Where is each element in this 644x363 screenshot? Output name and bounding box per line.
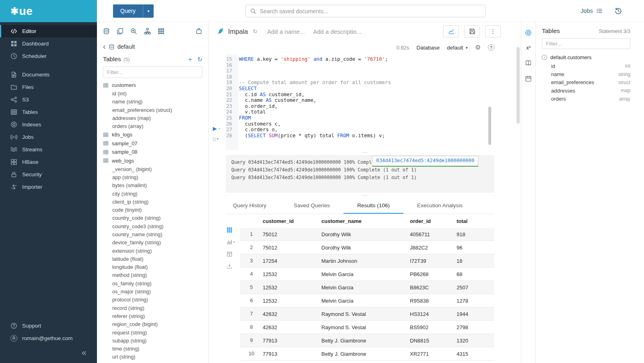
active-table-item[interactable]: i default.customers [542,52,644,62]
right-filter-input[interactable] [542,38,630,49]
assist-column[interactable]: method (string) [103,271,202,279]
assist-column[interactable]: extension (string) [103,247,202,255]
assist-column[interactable]: email_preferences (struct) [103,106,202,114]
assist-table[interactable]: k8s_logs [103,130,202,139]
results-column-header[interactable]: order_id [410,218,457,224]
column-item[interactable]: addressesmap [542,87,644,95]
assist-column[interactable]: country_name (string) [103,230,202,238]
documents-source-icon[interactable] [117,28,123,35]
reload-session-icon[interactable]: ↻ [253,28,258,35]
language-reference-icon[interactable] [525,60,532,66]
assist-column[interactable]: id (int) [103,90,202,98]
columns-view-icon[interactable] [226,251,232,257]
sitemap-icon[interactable] [144,28,151,35]
assist-table[interactable]: sample_08 [103,148,202,157]
sidebar-item-jobs[interactable]: Jobs [0,131,97,143]
assist-column[interactable]: city (string) [103,190,202,198]
assist-column[interactable]: country_code (string) [103,214,202,222]
database-select[interactable]: default ▾ [447,45,468,51]
assist-column[interactable]: protocol (string) [103,296,202,304]
help-icon[interactable]: ? [488,44,494,51]
assist-column[interactable]: time (string) [103,345,202,353]
assist-column[interactable]: url (string) [103,353,202,361]
assist-column[interactable]: addresses (map) [103,114,202,122]
tab-execution-analysis[interactable]: Execution Analysis [403,198,476,214]
assist-column[interactable]: os_family (string) [103,279,202,287]
zoom-plus-icon[interactable] [130,28,137,35]
sidebar-item-hbase[interactable]: HBase [0,156,97,168]
assist-table[interactable]: sample_07 [103,139,202,148]
save-button[interactable] [464,25,480,37]
add-table-icon[interactable]: + [188,56,192,63]
assist-column[interactable]: client_ip (string) [103,198,202,206]
hue-logo[interactable]: ✱ue [0,0,97,22]
assist-column[interactable]: request (string) [103,328,202,336]
assist-table[interactable]: customers [103,81,202,90]
sidebar-item-files[interactable]: Files [0,81,97,93]
sidebar-item-scheduler[interactable]: Scheduler [0,50,97,62]
assist-table[interactable]: web_logs [103,156,202,165]
refresh-tables-icon[interactable]: ↻ [197,56,202,62]
sidebar-item-user[interactable]: R romain@gethue.com [0,332,97,344]
results-column-header[interactable]: customer_id [263,218,321,224]
collapse-sidebar-icon[interactable]: « [82,349,86,357]
grid-view-icon[interactable] [226,227,232,233]
calendar-icon[interactable] [525,75,532,82]
sidebar-item-s3[interactable]: S3 [0,93,97,106]
insert-at-cursor-button[interactable]: ▢▾ [213,136,219,142]
tab-query-history[interactable]: Query History [226,198,280,214]
back-chevron-icon[interactable]: ‹ [103,42,106,50]
sql-editor[interactable]: 15WHERE a.key = 'shipping' and a.zip_cod… [209,54,521,150]
assistant-icon[interactable] [525,29,532,36]
assist-column[interactable]: _version_ (bigint) [103,165,202,173]
results-column-header[interactable]: customer_name [321,218,410,224]
execute-button[interactable]: ▶▾ [213,125,220,132]
new-query-button[interactable]: Query ▾ [113,4,154,18]
breadcrumb-database[interactable]: default [117,43,135,50]
resize-handle-bottom[interactable]: ⋯ [209,193,521,198]
assist-column[interactable]: device_family (string) [103,239,202,247]
engine-selector[interactable]: Impala [217,28,248,35]
assist-column[interactable]: orders (array) [103,122,202,130]
column-item[interactable]: ordersarray [542,95,644,103]
resize-handle-top[interactable]: ⋯ [209,150,521,155]
assist-column[interactable]: user_agent (string) [103,361,202,363]
search-input[interactable] [260,8,481,14]
history-icon[interactable] [615,7,622,14]
sidebar-item-tables[interactable]: Tables [0,106,97,118]
assist-column[interactable]: os_major (string) [103,287,202,295]
sidebar-item-editor[interactable]: Editor [0,25,97,37]
tab-saved-queries[interactable]: Saved Queries [280,198,344,214]
assist-column[interactable]: latitude (float) [103,255,202,263]
sidebar-item-dashboard[interactable]: Dashboard [0,37,97,50]
column-item[interactable]: email_preferencesstruct [542,78,644,87]
jobs-link[interactable]: Jobs [580,8,603,14]
editor-scrollbar[interactable] [488,107,491,145]
sidebar-item-streams[interactable]: Streams [0,143,97,156]
assist-column[interactable]: record (string) [103,304,202,312]
query-name-input[interactable] [267,28,307,35]
more-actions-button[interactable]: ⋮ [485,25,501,37]
chart-button[interactable] [443,25,459,37]
apps-grid-icon[interactable] [158,28,165,35]
sidebar-item-importer[interactable]: Importer [0,181,97,193]
assist-column[interactable]: country_code3 (string) [103,222,202,230]
sidebar-item-documents[interactable]: Documents [0,68,97,81]
tab-results-106[interactable]: Results (106) [344,198,403,214]
functions-icon[interactable]: x² [526,45,531,51]
column-item[interactable]: idint [542,62,644,70]
panel-scrollbar[interactable] [516,47,520,124]
download-icon[interactable] [226,263,232,269]
briefcase-icon[interactable] [195,28,202,35]
sidebar-item-support[interactable]: Support [0,320,97,332]
assist-column[interactable]: app (string) [103,173,202,181]
assist-column[interactable]: code (tinyint) [103,206,202,214]
table-filter-input[interactable] [103,66,202,78]
assist-column[interactable]: region_code (bigint) [103,320,202,328]
assist-column[interactable]: bytes (smallint) [103,182,202,190]
assist-column[interactable]: longitude (float) [103,263,202,271]
assist-column[interactable]: name (string) [103,98,202,106]
query-description-input[interactable] [313,28,365,35]
sidebar-item-security[interactable]: Security [0,168,97,181]
assist-column[interactable]: referer (string) [103,312,202,320]
